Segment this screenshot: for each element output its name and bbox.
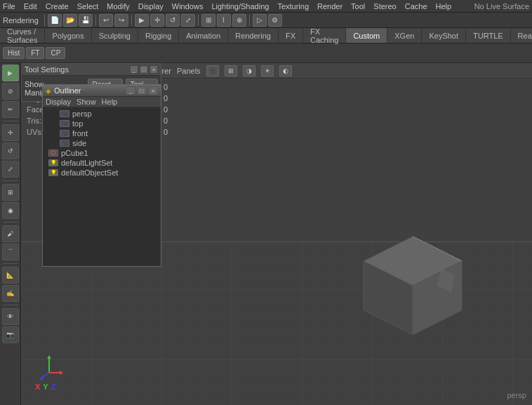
- undo-btn[interactable]: ↩: [99, 14, 113, 27]
- soft-mod-btn[interactable]: ◉: [2, 202, 19, 219]
- menu-help[interactable]: Help: [436, 2, 452, 11]
- menu-modify[interactable]: Modify: [107, 2, 129, 11]
- tab-fx[interactable]: FX: [279, 28, 303, 43]
- svg-marker-10: [47, 355, 51, 359]
- tab-fxcaching[interactable]: FX Caching: [303, 28, 346, 43]
- save-scene-btn[interactable]: 💾: [79, 14, 93, 27]
- edges-v3: 0: [164, 93, 192, 104]
- vp-menu-panels[interactable]: Panels: [177, 67, 201, 75]
- menu-display[interactable]: Display: [138, 2, 164, 11]
- ts-maximize-btn[interactable]: □: [140, 65, 148, 74]
- menu-file[interactable]: File: [3, 2, 15, 11]
- vp-shading-icon[interactable]: ◑: [243, 65, 255, 77]
- menu-render[interactable]: Render: [317, 2, 343, 11]
- vp-lighting-icon[interactable]: ☀: [261, 65, 274, 77]
- left-toolbar: ▶ ⊘ ✏ ✛ ↺ ⤢ ⊞ ◉ 🖌 ⌒ 📐 ✍ 👁 📷: [0, 63, 21, 405]
- outliner-item-top[interactable]: 🎥 top: [43, 119, 161, 128]
- tab-custom[interactable]: Custom: [346, 28, 387, 43]
- lasso-btn[interactable]: ⊘: [2, 83, 19, 100]
- ts-close-btn[interactable]: ×: [149, 65, 158, 74]
- shelf-hist-btn[interactable]: Hist: [3, 47, 25, 59]
- ts-minimize-btn[interactable]: _: [130, 65, 138, 74]
- tab-xgen[interactable]: XGen: [387, 28, 422, 43]
- cube-3d: [350, 223, 476, 349]
- lt-sep4: [3, 263, 18, 264]
- rendering-label: Rendering: [3, 16, 39, 25]
- rotate-btn[interactable]: ↺: [166, 14, 180, 27]
- render-btn[interactable]: ▷: [253, 14, 267, 27]
- tab-turtle[interactable]: TURTLE: [466, 28, 511, 43]
- menu-edit[interactable]: Edit: [24, 2, 37, 11]
- separator: [44, 15, 45, 26]
- universal-manip-btn[interactable]: ⊞: [2, 184, 19, 201]
- persp-label: persp: [507, 391, 526, 399]
- rotate-tool-btn[interactable]: ↺: [2, 142, 19, 159]
- vp-grid-icon[interactable]: ⊞: [225, 65, 237, 77]
- measure-btn[interactable]: 📐: [2, 267, 19, 284]
- outliner-win-btns: _ □ ×: [126, 86, 158, 95]
- tab-realflow[interactable]: RealFlow: [511, 28, 532, 43]
- annotation-btn[interactable]: ✍: [2, 285, 19, 302]
- select-tool-btn[interactable]: ▶: [2, 65, 19, 81]
- tab-keyshot[interactable]: KeyShot: [422, 28, 466, 43]
- render-settings-btn[interactable]: ⚙: [268, 14, 282, 27]
- open-scene-btn[interactable]: 📂: [63, 14, 77, 27]
- viewport: View Shading Lighting Show Renderer Pane…: [21, 63, 532, 405]
- move-btn[interactable]: ✛: [150, 14, 164, 27]
- tab-animation[interactable]: Animation: [179, 28, 228, 43]
- outliner-menu-show[interactable]: Show: [77, 98, 96, 106]
- scale-tool-btn[interactable]: ⤢: [2, 161, 19, 178]
- outliner-close-btn[interactable]: ×: [148, 86, 158, 95]
- paint-btn[interactable]: ✏: [2, 101, 19, 118]
- tab-rigging[interactable]: Rigging: [138, 28, 179, 43]
- shelf-row: Hist FT CP: [0, 44, 532, 63]
- menu-tool[interactable]: Tool: [351, 2, 365, 11]
- select-btn[interactable]: ▶: [135, 14, 149, 27]
- shelf-cp-btn[interactable]: CP: [46, 47, 65, 59]
- outliner-minimize-btn[interactable]: _: [126, 86, 135, 95]
- tab-rendering[interactable]: Rendering: [228, 28, 279, 43]
- axis-x-label: X: [35, 383, 40, 391]
- outliner-menu-display[interactable]: Display: [46, 98, 71, 106]
- scale-btn[interactable]: ⤢: [181, 14, 195, 27]
- outliner-body[interactable]: 🎥 persp 🎥 top 🎥 front 🎥 side ⬡ pCu: [43, 107, 161, 266]
- shelf-ft-btn[interactable]: FT: [26, 47, 44, 59]
- tab-curves[interactable]: Curves / Surfaces: [0, 28, 45, 43]
- outliner-label-side: side: [72, 139, 86, 147]
- vp-camera-icon[interactable]: 🎥: [206, 65, 219, 77]
- outliner-item-front[interactable]: 🎥 front: [43, 128, 161, 138]
- camera-btn[interactable]: 📷: [2, 326, 19, 343]
- snap-curve-btn[interactable]: ⌇: [217, 14, 231, 27]
- outliner-restore-btn[interactable]: □: [137, 86, 147, 95]
- menu-stereo[interactable]: Stereo: [373, 2, 396, 11]
- redo-btn[interactable]: ↪: [114, 14, 128, 27]
- tab-polygons[interactable]: Polygons: [45, 28, 91, 43]
- lt-sep5: [3, 305, 18, 305]
- outliner-item-side[interactable]: 🎥 side: [43, 138, 161, 148]
- outliner-item-lightset[interactable]: 💡 defaultLightSet: [43, 158, 161, 168]
- outliner-item-pcube[interactable]: ⬡ pCube1: [43, 148, 161, 158]
- lt-sep1: [3, 121, 18, 121]
- menu-select[interactable]: Select: [77, 2, 99, 11]
- outliner-item-persp[interactable]: 🎥 persp: [43, 109, 161, 119]
- separator2: [95, 15, 96, 26]
- curve-btn[interactable]: ⌒: [2, 244, 19, 260]
- outliner-menu-help[interactable]: Help: [102, 98, 118, 106]
- outliner-item-objectset[interactable]: 💡 defaultObjectSet: [43, 168, 161, 178]
- menu-texturing[interactable]: Texturing: [277, 2, 309, 11]
- axis-z-label: Z: [51, 383, 56, 391]
- snap-grid-btn[interactable]: ⊞: [201, 14, 215, 27]
- separator3: [131, 15, 132, 26]
- menu-windows[interactable]: Windows: [172, 2, 204, 11]
- view-btn[interactable]: 👁: [2, 308, 19, 325]
- snap-point-btn[interactable]: ⊕: [232, 14, 246, 27]
- tab-sculpting[interactable]: Sculpting: [92, 28, 138, 43]
- move-tool-btn[interactable]: ✛: [2, 124, 19, 141]
- menu-lighting[interactable]: Lighting/Shading: [211, 2, 269, 11]
- menu-cache[interactable]: Cache: [405, 2, 427, 11]
- new-scene-btn[interactable]: 📄: [48, 14, 62, 27]
- menu-create[interactable]: Create: [46, 2, 69, 11]
- vp-shadow-icon[interactable]: ◐: [279, 65, 292, 77]
- sculpt-btn[interactable]: 🖌: [2, 225, 19, 242]
- cam-icon-top: 🎥: [60, 120, 69, 127]
